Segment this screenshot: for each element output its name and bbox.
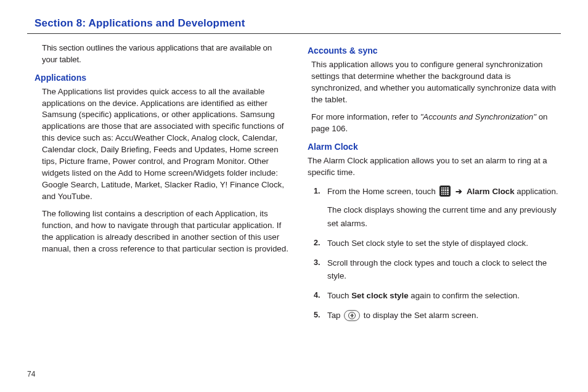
heading-accounts-sync: Accounts & sync xyxy=(308,45,558,57)
alarm-step-2: 2. Touch Set clock style to set the styl… xyxy=(327,237,558,250)
crossref-title: "Accounts and Synchronization" xyxy=(420,112,536,121)
add-alarm-icon xyxy=(344,310,360,321)
heading-alarm-clock: Alarm Clock xyxy=(308,141,558,153)
content-columns: This section outlines the various applic… xyxy=(27,43,561,329)
step-4-text-b: again to confirm the selection. xyxy=(409,291,520,300)
alarm-step-4: 4. Touch Set clock style again to confir… xyxy=(327,289,558,303)
page-title: Section 8: Applications and Development xyxy=(35,17,561,30)
alarm-step-3: 3. Scroll through the clock types and to… xyxy=(327,256,558,284)
apps-grid-icon xyxy=(439,186,451,197)
applications-para-1: The Applications list provides quick acc… xyxy=(42,86,289,203)
alarm-intro: The Alarm Clock application allows you t… xyxy=(308,155,558,179)
step-number: 4. xyxy=(314,289,320,302)
right-column: Accounts & sync This application allows … xyxy=(311,43,561,329)
step-5-text-a: Tap xyxy=(327,311,343,320)
alarm-step-1: 1. From the Home screen, touch ➔ Alarm C… xyxy=(327,185,558,231)
step-3-text: Scroll through the clock types and touch… xyxy=(327,258,547,281)
page-number: 74 xyxy=(27,370,35,378)
heading-applications: Applications xyxy=(35,72,289,84)
step-1-text-a: From the Home screen, touch xyxy=(327,187,438,196)
step-number: 5. xyxy=(314,309,320,322)
step-number: 2. xyxy=(314,237,320,250)
crossref-lead: For more information, refer to xyxy=(311,112,420,121)
left-column: This section outlines the various applic… xyxy=(27,43,289,329)
alarm-steps-list: 1. From the Home screen, touch ➔ Alarm C… xyxy=(311,185,558,323)
arrow-icon: ➔ xyxy=(455,185,462,198)
step-5-text-b: to display the Set alarm screen. xyxy=(364,311,478,320)
step-2-text: Touch Set clock style to set the style o… xyxy=(327,239,528,248)
step-number: 3. xyxy=(314,256,320,269)
step-1-text-b: application. xyxy=(517,187,558,196)
applications-para-2: The following list contains a descriptio… xyxy=(42,208,289,255)
step-1-note: The clock displays showing the current t… xyxy=(327,203,558,231)
step-number: 1. xyxy=(314,185,320,198)
step-4-text-a: Touch xyxy=(327,291,351,300)
accounts-crossref: For more information, refer to "Accounts… xyxy=(311,112,558,135)
section-intro: This section outlines the various applic… xyxy=(42,43,289,66)
alarm-step-5: 5. Tap to display the Set alarm screen. xyxy=(327,309,558,322)
step-4-bold: Set clock style xyxy=(351,291,408,300)
title-rule xyxy=(27,33,561,34)
accounts-para-1: This application allows you to configure… xyxy=(311,59,558,106)
step-1-bold: Alarm Clock xyxy=(467,187,515,196)
